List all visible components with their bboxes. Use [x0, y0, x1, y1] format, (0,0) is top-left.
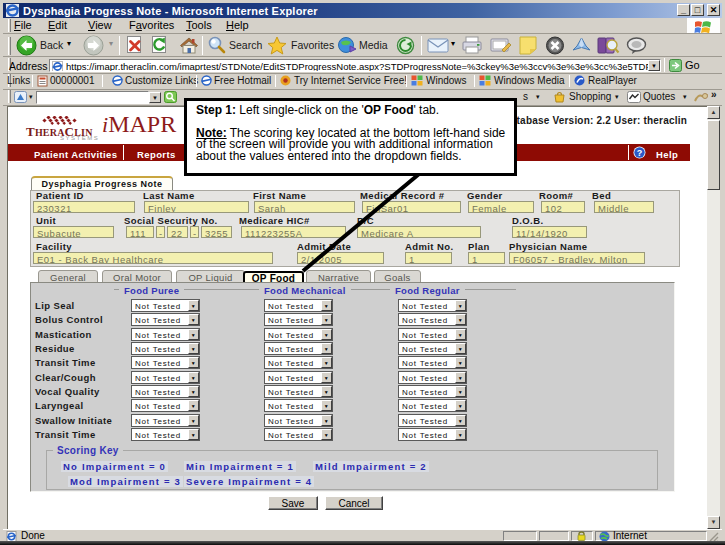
- svg-text:?: ?: [637, 148, 643, 158]
